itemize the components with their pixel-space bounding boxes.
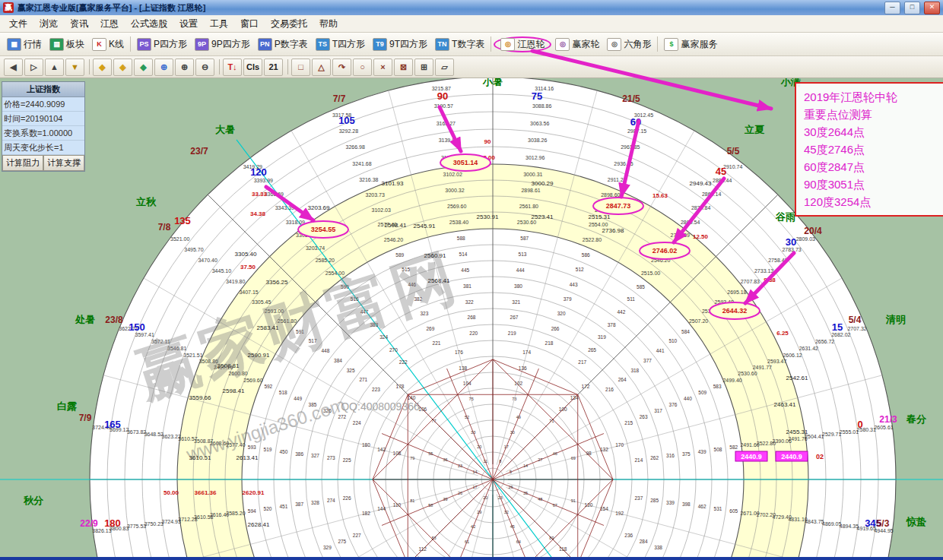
svg-text:178: 178 [396,384,405,389]
svg-text:215: 215 [624,420,633,426]
toolbar-button-9P四方形[interactable]: 9P9P四方形 [191,36,254,52]
svg-text:2440.9: 2440.9 [741,453,762,460]
toolbar-button-P四方形[interactable]: PSP四方形 [133,36,191,52]
boxed-x-tool[interactable]: ⊠ [394,59,413,76]
svg-text:325: 325 [347,368,355,373]
triangle-tool[interactable]: △ [312,59,331,76]
target-button[interactable]: ⊕ [154,59,173,76]
diamond-yellow-button[interactable]: ◆ [93,59,112,76]
toolbar-button-板块[interactable]: ▤板块 [46,36,88,52]
polygon-tool[interactable]: ▱ [435,59,454,76]
clear-button[interactable]: Cls [243,59,262,76]
svg-text:2847.73: 2847.73 [606,202,631,210]
calc-resistance-button[interactable]: 计算阻力 [2,155,43,171]
svg-text:2546.20: 2546.20 [384,237,403,242]
svg-text:谷雨: 谷雨 [775,211,796,223]
diamond-green-button[interactable]: ◆ [134,59,153,76]
menu-item-帮助[interactable]: 帮助 [313,16,344,32]
K线-icon: K [92,38,106,51]
text-tool[interactable]: T↓ [223,59,242,76]
menu-item-公式选股[interactable]: 公式选股 [125,16,173,32]
arc-tool[interactable]: ↷ [332,59,351,76]
menu-item-设置[interactable]: 设置 [173,16,204,32]
svg-text:225: 225 [343,457,351,463]
svg-text:3203.73: 3203.73 [366,192,385,198]
svg-text:140: 140 [407,395,415,400]
x-tool[interactable]: × [373,59,392,76]
svg-text:216: 216 [605,387,614,392]
crosshair-tool[interactable]: ⊞ [414,59,433,76]
back-button[interactable]: ◀ [4,59,23,76]
svg-text:586: 586 [582,252,590,258]
svg-text:588: 588 [457,236,465,241]
svg-text:3775.53: 3775.53 [127,524,146,529]
circle-tool[interactable]: ○ [353,59,372,76]
svg-text:451: 451 [279,504,287,509]
menu-item-工具[interactable]: 工具 [204,16,234,32]
svg-text:7/7: 7/7 [333,93,346,104]
svg-text:2507.20: 2507.20 [689,318,708,324]
行情-icon: ▦ [7,38,21,51]
svg-text:379: 379 [564,296,572,302]
menu-item-窗口[interactable]: 窗口 [234,16,265,32]
menu-item-江恩[interactable]: 江恩 [94,16,125,32]
svg-text:5: 5 [510,470,512,474]
zoom-in-button[interactable]: ⊕ [175,59,194,76]
svg-text:2733.13: 2733.13 [754,268,773,274]
svg-text:77: 77 [432,419,437,423]
minimize-button[interactable]: ─ [884,2,900,14]
forward-button[interactable]: ▷ [24,59,43,76]
svg-text:513: 513 [519,252,527,257]
svg-text:237: 237 [634,495,643,501]
menu-item-浏览[interactable]: 浏览 [33,16,64,32]
toolbar-label: P数字表 [275,38,308,51]
calendar-button[interactable]: 21 [264,59,283,76]
calc-support-button[interactable]: 计算支撑 [43,155,84,171]
svg-text:71: 71 [549,419,554,423]
toolbar-button-赢家服务[interactable]: $赢家服务 [660,36,721,52]
svg-text:321: 321 [512,299,520,305]
zoom-out-button[interactable]: ⊖ [195,59,214,76]
svg-text:444: 444 [516,267,525,273]
svg-text:520: 520 [264,506,272,511]
menu-item-交易委托[interactable]: 交易委托 [265,16,313,32]
svg-text:8: 8 [499,459,501,464]
svg-text:587: 587 [520,236,529,241]
svg-text:106: 106 [418,407,427,412]
toolbar-button-江恩轮[interactable]: ◎江恩轮 [494,36,551,52]
svg-text:79: 79 [410,456,414,460]
svg-text:23/8: 23/8 [105,315,123,325]
toolbar-button-六角形[interactable]: ◎六角形 [603,36,655,52]
toolbar-label: 行情 [24,38,42,51]
up-button[interactable]: ▲ [45,59,64,76]
toolbar-label: 赢家轮 [572,38,599,51]
toolbar-button-9T四方形[interactable]: T99T四方形 [369,36,431,52]
close-button[interactable]: ✕ [924,2,940,14]
svg-text:100: 100 [559,407,567,412]
svg-text:2695.18: 2695.18 [727,289,746,295]
svg-text:462: 462 [698,504,706,509]
maximize-button[interactable]: □ [904,2,920,14]
menu-item-文件[interactable]: 文件 [3,16,33,32]
toolbar-button-行情[interactable]: ▦行情 [3,36,46,52]
menu-item-资讯[interactable]: 资讯 [64,16,94,32]
filter-button[interactable]: ▼ [65,59,84,76]
svg-text:2682.02: 2682.02 [831,332,850,337]
svg-text:274: 274 [327,498,335,503]
svg-text:329: 329 [323,545,332,550]
svg-text:48: 48 [538,497,542,501]
rect-tool[interactable]: □ [291,59,310,76]
svg-text:3203.74: 3203.74 [306,245,325,251]
svg-text:450: 450 [279,449,287,454]
diamond-plus-button[interactable]: ◈ [113,59,132,76]
svg-text:83: 83 [432,536,437,540]
toolbar-button-K线[interactable]: KK线 [88,36,128,52]
toolbar-button-T数字表[interactable]: TNT数字表 [431,36,488,52]
draw-toolbar: ◀▷▲▼◆◈◆⊕⊕⊖T↓Cls21□△↷○×⊠⊞▱ [0,56,943,78]
svg-text:105: 105 [338,115,355,126]
svg-text:266: 266 [551,326,560,331]
toolbar-button-T四方形[interactable]: TST四方形 [312,36,369,52]
toolbar-button-赢家轮[interactable]: ◎赢家轮 [551,36,603,52]
toolbar-button-P数字表[interactable]: PNP数字表 [254,36,312,52]
svg-text:73: 73 [512,397,516,401]
